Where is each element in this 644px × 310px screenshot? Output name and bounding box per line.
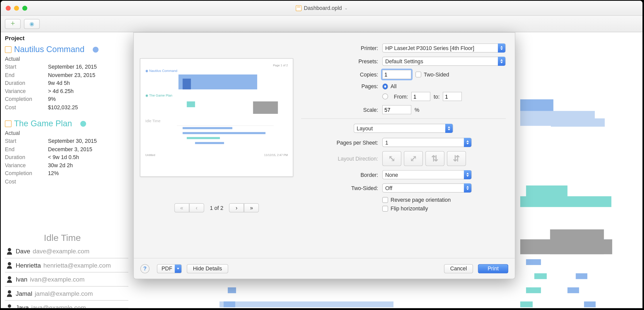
field-label: Start: [5, 63, 48, 71]
last-page-button[interactable]: »: [244, 203, 259, 212]
status-dot: [93, 46, 99, 52]
cancel-button[interactable]: Cancel: [444, 264, 473, 273]
two-sided-mode-label: Two-Sided:: [301, 185, 382, 191]
field-value: $102,032.25: [48, 103, 78, 111]
project-title[interactable]: Nautilus Command: [14, 45, 84, 54]
person-name: Dave: [16, 247, 30, 255]
scale-input[interactable]: [382, 105, 411, 114]
border-label: Border:: [301, 172, 382, 178]
reverse-orientation-checkbox[interactable]: [382, 197, 388, 203]
pdf-menu-button[interactable]: PDF: [157, 264, 182, 273]
close-window-button[interactable]: [6, 6, 11, 11]
person-icon: [7, 290, 12, 297]
minimize-window-button[interactable]: [14, 6, 19, 11]
border-select[interactable]: None: [382, 170, 472, 179]
presets-label: Presets:: [301, 58, 382, 64]
layout-direction-1[interactable]: ⤡: [382, 151, 401, 166]
field-label: End: [5, 71, 48, 79]
field-value: December 3, 2015: [48, 145, 92, 153]
help-button[interactable]: ?: [140, 264, 149, 273]
dropdown-icon: [498, 57, 505, 66]
dropdown-icon: [498, 43, 505, 53]
layout-direction-2[interactable]: ⤢: [404, 151, 423, 166]
field-value: > 4d 6.25h: [48, 87, 74, 95]
project-icon: [5, 46, 11, 53]
dialog-footer: ? PDF Hide Details Cancel Print: [134, 258, 515, 279]
field-value: September 16, 2015: [48, 63, 97, 71]
chevron-down-icon[interactable]: ⌄: [344, 6, 348, 10]
next-page-button[interactable]: ›: [229, 203, 244, 212]
pages-from-label: From:: [394, 93, 408, 99]
two-sided-checkbox[interactable]: [416, 72, 421, 78]
field-label: Start: [5, 137, 48, 145]
pages-from-radio[interactable]: [382, 94, 388, 99]
plus-icon: +: [11, 19, 15, 28]
person-icon: [7, 262, 12, 269]
field-value: 30w 2d 2h: [48, 161, 73, 169]
pages-from-input[interactable]: [411, 92, 430, 101]
field-label: Variance: [5, 87, 48, 95]
flip-horizontally-checkbox[interactable]: [382, 206, 388, 211]
field-value: 12%: [48, 169, 59, 177]
person-email: henrietta@example.com: [43, 262, 111, 269]
person-icon: [7, 304, 12, 308]
actual-label: Actual: [5, 56, 129, 62]
project-title[interactable]: The Game Plan: [14, 119, 72, 128]
two-sided-label: Two-Sided: [424, 71, 449, 78]
dropdown-icon: [175, 264, 181, 273]
copies-input[interactable]: [382, 70, 411, 79]
layout-direction-label: Layout Direction:: [301, 156, 382, 162]
field-label: Completion: [5, 169, 48, 177]
pages-to-input[interactable]: [443, 92, 462, 101]
app-window: Dashboard.opld ⌄ + ◉ Project Nautilus Co…: [1, 1, 642, 308]
layout-direction-3[interactable]: ⇅: [425, 151, 444, 166]
titlebar: Dashboard.opld ⌄: [1, 1, 642, 16]
project-card: The Game Plan Actual StartSeptember 30, …: [5, 119, 129, 185]
layout-direction-group: ⤡ ⤢ ⇅ ⇵: [382, 151, 466, 166]
add-button[interactable]: +: [5, 19, 21, 29]
idle-time-heading: Idle Time: [44, 233, 81, 243]
preview-doc-title: Untitled: [145, 153, 155, 156]
print-dialog: Page 1 of 2 ◉ Nautilus Command ◉ The Gam…: [133, 32, 515, 279]
field-label: Variance: [5, 161, 48, 169]
view-button[interactable]: ◉: [24, 19, 40, 29]
field-label: Cost: [5, 177, 48, 185]
flip-horizontally-label: Flip horizontally: [391, 205, 428, 211]
two-sided-select[interactable]: Off: [382, 183, 472, 193]
zoom-window-button[interactable]: [22, 6, 27, 11]
field-label: Cost: [5, 103, 48, 111]
status-dot: [80, 121, 86, 127]
scale-percent: %: [415, 106, 419, 113]
person-name: Henrietta: [16, 262, 41, 269]
hide-details-button[interactable]: Hide Details: [187, 264, 228, 273]
field-label: Duration: [5, 153, 48, 161]
prev-page-button[interactable]: ‹: [189, 203, 204, 212]
presets-select[interactable]: Default Settings: [382, 57, 506, 66]
print-button[interactable]: Print: [478, 264, 508, 273]
toolbar: + ◉: [1, 16, 642, 32]
preview-column: Page 1 of 2 ◉ Nautilus Command ◉ The Gam…: [134, 38, 299, 216]
project-icon: [5, 120, 11, 127]
person-email: jamal@example.com: [35, 290, 93, 297]
actual-label: Actual: [5, 130, 129, 136]
person-icon: [7, 276, 12, 283]
person-name: Ivan: [16, 276, 27, 283]
pages-to-label: to:: [434, 93, 440, 99]
printer-select[interactable]: HP LaserJet P3010 Series [4th Floor]: [382, 43, 506, 53]
field-label: Duration: [5, 79, 48, 87]
preview-navigation: « ‹ 1 of 2 › »: [174, 203, 259, 212]
pages-all-radio[interactable]: [382, 83, 388, 89]
pages-label: Pages:: [301, 83, 382, 89]
section-select[interactable]: Layout: [354, 124, 453, 133]
person-name: Jamal: [16, 290, 32, 297]
dropdown-icon: [464, 138, 471, 147]
dropdown-icon: [464, 183, 471, 193]
person-email: java@example.com: [31, 304, 86, 308]
field-label: End: [5, 145, 48, 153]
project-card: Nautilus Command Actual StartSeptember 1…: [5, 45, 129, 111]
person-email: ivan@example.com: [30, 276, 85, 283]
layout-direction-4[interactable]: ⇵: [447, 151, 466, 166]
dropdown-icon: [445, 124, 453, 133]
first-page-button[interactable]: «: [174, 203, 189, 212]
pages-per-sheet-select[interactable]: 1: [382, 138, 472, 147]
